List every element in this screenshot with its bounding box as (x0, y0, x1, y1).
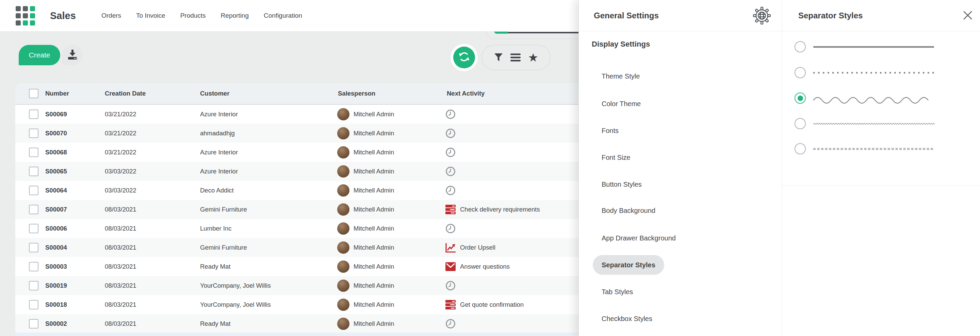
app-title: Sales (50, 0, 76, 31)
row-checkbox[interactable] (29, 243, 38, 252)
activity-list-icon[interactable] (445, 295, 456, 314)
creation-date: 03/03/2022 (105, 181, 137, 200)
row-checkbox[interactable] (29, 262, 38, 271)
separator-preview-solid[interactable] (812, 40, 935, 55)
salesperson-avatar (337, 146, 350, 158)
settings-item-fonts[interactable]: Fonts (593, 121, 627, 141)
order-number: S00004 (45, 238, 67, 257)
table-row-s00069[interactable]: S00069 03/21/2022 Azure Interior Mitchel… (15, 105, 579, 124)
table-row-s00064[interactable]: S00064 03/03/2022 Deco Addict Mitchell A… (15, 181, 579, 200)
table-row-s00004[interactable]: S00004 08/03/2021 Gemini Furniture Mitch… (15, 238, 579, 257)
activity-envelope-icon[interactable] (445, 257, 456, 276)
table-row-s00006[interactable]: S00006 08/03/2021 Lumber Inc Mitchell Ad… (15, 219, 579, 238)
table-row-s00003[interactable]: S00003 08/03/2021 Ready Mat Mitchell Adm… (15, 257, 579, 276)
row-checkbox[interactable] (29, 281, 38, 290)
search-input-underline[interactable] (508, 32, 579, 33)
activity-clock-icon[interactable] (445, 314, 456, 333)
settings-item-font-size[interactable]: Font Size (593, 147, 639, 167)
app-grid-dot (16, 21, 21, 25)
row-checkbox[interactable] (29, 224, 38, 233)
table-row-s00007[interactable]: S00007 08/03/2021 Gemini Furniture Mitch… (15, 200, 579, 219)
column-header-creation-date[interactable]: Creation Date (105, 83, 146, 104)
settings-item-app-drawer-background[interactable]: App Drawer Background (593, 228, 685, 248)
column-header-next-activity[interactable]: Next Activity (447, 83, 485, 104)
activity-clock-icon[interactable] (445, 276, 456, 295)
table-row-s00065[interactable]: S00065 03/03/2022 Azure Interior Mitchel… (15, 162, 579, 181)
column-header-salesperson[interactable]: Salesperson (338, 83, 375, 104)
customer-name: Ready Mat (200, 257, 231, 276)
orders-table: NumberCreation DateCustomerSalespersonNe… (15, 83, 579, 333)
activity-clock-icon[interactable] (445, 219, 456, 238)
creation-date: 08/03/2021 (105, 238, 137, 257)
salesperson-name: Mitchell Admin (353, 257, 394, 276)
separator-radio-solid[interactable] (795, 41, 806, 52)
activity-clock-icon[interactable] (445, 181, 456, 200)
settings-item-checkbox-styles[interactable]: Checkbox Styles (593, 309, 661, 328)
activity-clock-icon[interactable] (445, 162, 456, 181)
row-checkbox[interactable] (29, 147, 38, 157)
customer-name: Gemini Furniture (200, 200, 247, 219)
table-row-s00002[interactable]: S00002 08/03/2021 Ready Mat Mitchell Adm… (15, 314, 579, 333)
separator-preview-dotted[interactable] (812, 66, 935, 81)
table-row-s00019[interactable]: S00019 08/03/2021 YourCompany, Joel Will… (15, 276, 579, 295)
settings-gear-icon[interactable] (753, 7, 771, 24)
separator-radio-fine-dashed[interactable] (795, 143, 806, 154)
table-row-s00068[interactable]: S00068 03/21/2022 Azure Interior Mitchel… (15, 143, 579, 162)
refresh-button[interactable] (453, 47, 475, 68)
nav-item-configuration[interactable]: Configuration (264, 12, 302, 19)
download-button[interactable] (62, 45, 83, 65)
settings-item-color-theme[interactable]: Color Theme (593, 94, 649, 114)
app-grid-icon[interactable] (16, 6, 35, 26)
close-icon[interactable] (962, 9, 974, 21)
row-checkbox[interactable] (29, 128, 38, 138)
create-button[interactable]: Create (19, 45, 60, 65)
download-icon (67, 49, 78, 62)
app-grid-dot (23, 13, 28, 18)
row-checkbox[interactable] (29, 319, 38, 328)
list-view-icon[interactable] (511, 53, 520, 62)
activity-list-icon[interactable] (445, 200, 456, 219)
nav-item-reporting[interactable]: Reporting (221, 12, 249, 19)
select-all-checkbox[interactable] (29, 89, 38, 98)
activity-clock-icon[interactable] (445, 143, 456, 162)
creation-date: 08/03/2021 (105, 314, 137, 333)
order-number: S00007 (45, 200, 67, 219)
nav-item-to-invoice[interactable]: To Invoice (136, 12, 165, 19)
salesperson-name: Mitchell Admin (353, 181, 394, 200)
row-checkbox[interactable] (29, 109, 38, 119)
row-checkbox[interactable] (29, 186, 38, 195)
separator-panel-title: Separator Styles (798, 0, 862, 31)
activity-clock-icon[interactable] (445, 105, 456, 124)
activity-chart-icon[interactable] (445, 238, 456, 257)
app-grid-dot (30, 6, 35, 11)
favorites-star-icon[interactable]: ★ (528, 52, 538, 63)
settings-item-body-background[interactable]: Body Background (593, 201, 664, 220)
salesperson-avatar (337, 184, 350, 197)
nav-item-orders[interactable]: Orders (102, 12, 121, 19)
order-number: S00006 (45, 219, 67, 238)
column-header-number[interactable]: Number (45, 83, 69, 104)
customer-name: YourCompany, Joel Willis (200, 276, 271, 295)
settings-item-theme-style[interactable]: Theme Style (593, 66, 649, 86)
filter-icon[interactable] (494, 53, 503, 62)
separator-radio-thin-zigzag[interactable] (795, 118, 806, 129)
row-checkbox[interactable] (29, 300, 38, 309)
table-row-s00018[interactable]: S00018 08/03/2021 YourCompany, Joel Will… (15, 295, 579, 314)
separator-preview-fine-dashed[interactable] (812, 142, 935, 157)
creation-date: 08/03/2021 (105, 219, 137, 238)
separator-preview-thin-zigzag[interactable] (812, 117, 935, 132)
row-checkbox[interactable] (29, 166, 38, 176)
settings-item-tab-styles[interactable]: Tab Styles (593, 282, 642, 302)
activity-clock-icon[interactable] (445, 124, 456, 143)
nav-item-products[interactable]: Products (180, 12, 206, 19)
separator-radio-wavy[interactable] (795, 92, 806, 104)
settings-item-button-styles[interactable]: Button Styles (593, 174, 651, 194)
table-row-s00070[interactable]: S00070 03/21/2022 ahmadadhjg Mitchell Ad… (15, 124, 579, 143)
separator-radio-dotted[interactable] (795, 67, 806, 78)
row-checkbox[interactable] (29, 205, 38, 214)
settings-item-separator-styles[interactable]: Separator Styles (593, 255, 664, 275)
activity-label: Answer questions (460, 257, 510, 276)
column-header-customer[interactable]: Customer (200, 83, 229, 104)
salesperson-avatar (337, 203, 350, 216)
separator-preview-wavy[interactable] (812, 92, 935, 106)
